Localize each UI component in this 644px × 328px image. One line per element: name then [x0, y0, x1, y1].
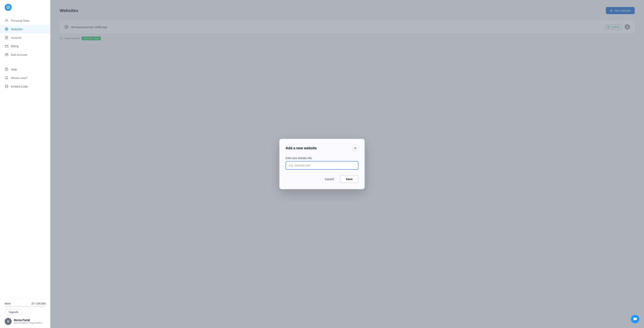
plan-usage: 27 / 100.000 — [32, 302, 46, 305]
bell-icon — [5, 76, 8, 80]
user-org: Berna Partal's Organization — [14, 322, 42, 324]
upgrade-button[interactable]: Upgrade — [5, 309, 22, 315]
main-content: Websites New website demopopupsmart.net — [50, 0, 644, 328]
svg-rect-6 — [5, 45, 8, 47]
close-icon — [354, 147, 356, 149]
invoice-icon — [5, 36, 8, 39]
app-logo — [5, 4, 12, 11]
sidebar-logo — [0, 0, 50, 15]
billing-icon — [5, 44, 8, 48]
modal-close-button[interactable] — [352, 145, 358, 151]
sidebar-item-label: Sub Account — [11, 53, 27, 56]
sidebar-item-websites[interactable]: Websites — [0, 25, 50, 33]
sidebar-nav: Personal Data Websites Invoices — [0, 15, 50, 299]
cancel-button[interactable]: Cancel — [321, 175, 338, 183]
modal-header: Add a new website — [286, 145, 358, 151]
url-input-label: Enter your website URL — [286, 157, 358, 160]
group-icon — [5, 53, 8, 56]
url-input[interactable] — [286, 161, 358, 170]
sidebar-item-whats-new[interactable]: What's new? — [0, 74, 50, 82]
sidebar-item-billing[interactable]: Billing — [0, 42, 50, 50]
sidebar-bottom: Basic 27 / 100.000 Upgrade B Berna Parta… — [0, 299, 50, 328]
globe-icon — [5, 27, 8, 31]
user-name: Berna Partal — [14, 319, 42, 322]
svg-point-1 — [8, 7, 9, 8]
plan-info: Basic 27 / 100.000 — [5, 302, 46, 307]
sidebar-item-label: Help — [11, 68, 17, 71]
sidebar-item-personal-data[interactable]: Personal Data — [0, 16, 50, 25]
svg-point-7 — [6, 53, 7, 55]
code-icon — [5, 84, 8, 88]
sidebar: Personal Data Websites Invoices — [0, 0, 50, 328]
sidebar-item-label: Embed Code — [11, 85, 28, 88]
svg-point-8 — [7, 53, 8, 54]
sidebar-item-label: Billing — [11, 44, 18, 48]
chat-icon — [633, 317, 637, 321]
sidebar-item-label: Websites — [11, 27, 23, 31]
person-icon — [5, 18, 8, 22]
modal-actions: Cancel Save — [286, 175, 358, 183]
sidebar-item-label: What's new? — [11, 76, 27, 80]
avatar: B — [5, 318, 12, 325]
plan-bar — [5, 306, 46, 307]
sidebar-item-help[interactable]: Help — [0, 65, 50, 74]
sidebar-item-sub-account[interactable]: Sub Account — [0, 50, 50, 59]
user-info: B Berna Partal Berna Partal's Organizati… — [5, 315, 46, 325]
chat-button[interactable] — [631, 315, 639, 323]
sidebar-item-label: Personal Data — [11, 19, 29, 22]
modal-title: Add a new website — [286, 146, 317, 150]
user-details: Berna Partal Berna Partal's Organization — [14, 319, 42, 324]
sidebar-item-invoices[interactable]: Invoices — [0, 33, 50, 42]
svg-point-10 — [6, 70, 7, 70]
help-icon — [5, 67, 8, 71]
sidebar-item-label: Invoices — [11, 36, 22, 39]
add-website-modal: Add a new website Enter your website URL… — [280, 139, 364, 189]
plan-name: Basic — [5, 302, 11, 305]
save-button[interactable]: Save — [340, 175, 358, 183]
sidebar-item-embed-code[interactable]: Embed Code — [0, 82, 50, 91]
